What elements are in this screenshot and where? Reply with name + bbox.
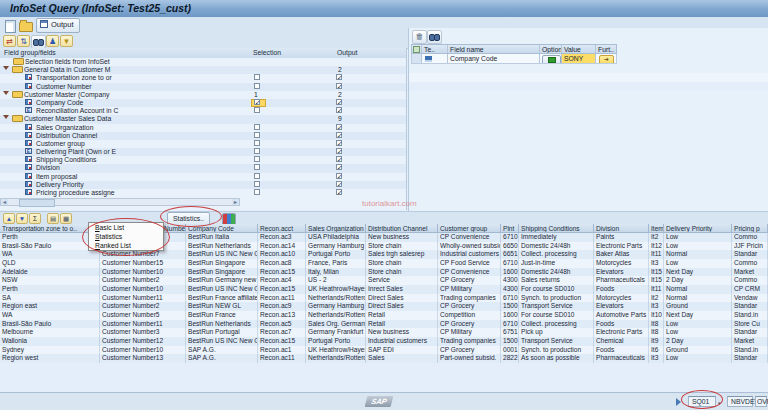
result-cell[interactable]: 2 Day	[664, 337, 732, 346]
col-header-value[interactable]: Value	[562, 45, 596, 53]
result-cell[interactable]: Standar	[732, 250, 768, 259]
result-cell[interactable]: Low	[664, 233, 732, 242]
result-cell[interactable]: It3	[649, 259, 664, 268]
result-cell[interactable]: Transport Service	[519, 302, 594, 311]
result-cell[interactable]: Commo	[732, 233, 768, 242]
transfer-icon[interactable]: ⇅	[17, 35, 30, 47]
result-cell[interactable]: Elevators	[594, 268, 649, 277]
result-cell[interactable]: SAP A.G.	[186, 346, 258, 355]
column-header[interactable]: Shipping Conditions	[519, 224, 594, 233]
result-cell[interactable]: USA Philadelphia	[306, 233, 366, 242]
col-header-te[interactable]: Te..	[422, 45, 448, 53]
result-cell[interactable]: Direct Sales	[366, 294, 438, 303]
result-cell[interactable]: It8	[649, 320, 664, 329]
result-cell[interactable]: Recon.ac9	[258, 302, 306, 311]
result-cell[interactable]: Pick up	[519, 328, 594, 337]
result-cell[interactable]: Store chain	[366, 268, 438, 277]
selection-checkbox[interactable]	[254, 74, 260, 80]
result-cell[interactable]: Foods	[594, 320, 649, 329]
result-cell[interactable]: Standar	[732, 302, 768, 311]
result-cell[interactable]: SAP A.G.	[186, 354, 258, 363]
result-cell[interactable]: It8	[649, 328, 664, 337]
output-checkbox[interactable]	[336, 148, 342, 154]
column-header[interactable]: Recon.acct	[258, 224, 306, 233]
selection-checkbox[interactable]	[254, 148, 260, 154]
hierarchy-icon[interactable]: ♟	[46, 35, 59, 47]
result-cell[interactable]: Inrect Sales	[366, 285, 438, 294]
selection-checkbox[interactable]	[254, 173, 260, 179]
multiple-selection-button[interactable]: ➜	[599, 55, 614, 63]
menu-item-ranked-list[interactable]: Ranked List	[89, 241, 163, 250]
result-cell[interactable]: 6710	[501, 259, 519, 268]
result-cell[interactable]: Trading companies	[438, 294, 501, 303]
result-cell[interactable]: It10	[649, 311, 664, 320]
selection-checkbox[interactable]	[254, 107, 260, 113]
tree-row[interactable]: Company Code	[0, 99, 406, 107]
output-checkbox[interactable]	[336, 74, 342, 80]
result-cell[interactable]: Melbourne	[0, 328, 100, 337]
column-header[interactable]: Customer group	[438, 224, 501, 233]
result-cell[interactable]: Motorcycles	[594, 294, 649, 303]
sort-ascending-icon[interactable]: ▲	[3, 213, 15, 224]
result-row[interactable]: WalloniaCustomer Number12BestRun US INC …	[0, 337, 768, 346]
delete-icon[interactable]: 🗑	[412, 30, 427, 44]
column-header[interactable]: Delivery Priority	[664, 224, 732, 233]
result-cell[interactable]: Perth	[0, 285, 100, 294]
tree-row[interactable]: Sales Organization	[0, 124, 406, 132]
result-cell[interactable]: SA	[0, 294, 100, 303]
result-cell[interactable]: Store chain	[366, 242, 438, 251]
result-cell[interactable]: 6751	[501, 328, 519, 337]
result-row[interactable]: AdelaideCustomer Number10BestRun Singapo…	[0, 268, 768, 277]
result-cell[interactable]: 6710	[501, 233, 519, 242]
result-cell[interactable]: Portugal Porto	[306, 337, 366, 346]
column-header[interactable]: Distribution Channel	[366, 224, 438, 233]
result-cell[interactable]: NSW	[0, 276, 100, 285]
result-cell[interactable]: Customer Number10	[100, 285, 186, 294]
selection-checkbox[interactable]	[254, 132, 260, 138]
result-cell[interactable]: Recon.ac5	[258, 320, 306, 329]
result-cell[interactable]: It3	[649, 302, 664, 311]
row-selector[interactable]	[412, 54, 422, 63]
selection-checkbox[interactable]	[254, 156, 260, 162]
result-cell[interactable]: It2	[649, 294, 664, 303]
tree-row[interactable]: Pricing procedure assigne	[0, 189, 406, 197]
result-cell[interactable]: It6	[649, 346, 664, 355]
tree-row[interactable]: Transportation zone to or	[0, 74, 406, 82]
output-checkbox[interactable]	[336, 124, 342, 130]
result-cell[interactable]: Electronic Parts	[594, 242, 649, 251]
option-button[interactable]	[542, 55, 561, 63]
result-cell[interactable]: Retail	[366, 311, 438, 320]
result-cell[interactable]: Industrial customers	[366, 337, 438, 346]
page-icon[interactable]: ▤	[47, 213, 59, 224]
result-cell[interactable]: 6651	[501, 250, 519, 259]
result-cell[interactable]: Low	[664, 259, 732, 268]
result-cell[interactable]: BestRun France affiliate	[186, 294, 258, 303]
result-cell[interactable]: CP Grocery	[438, 320, 501, 329]
result-cell[interactable]: Next Day	[664, 311, 732, 320]
result-cell[interactable]: Sales	[366, 354, 438, 363]
output-button[interactable]: Output	[36, 18, 80, 33]
result-cell[interactable]: Immediately	[519, 233, 594, 242]
result-cell[interactable]: It2	[649, 233, 664, 242]
result-cell[interactable]: Synch. to production	[519, 294, 594, 303]
find-icon[interactable]	[31, 35, 46, 49]
result-cell[interactable]: Pharmaceuticals	[594, 354, 649, 363]
result-cell[interactable]: CP Military	[438, 285, 501, 294]
tree-row[interactable]: EDelivering Plant (Own or E	[0, 148, 406, 156]
output-checkbox[interactable]	[336, 189, 342, 195]
sort-descending-icon[interactable]: ▼	[16, 213, 28, 224]
result-row[interactable]: PerthCustomer Number10BestRun US INC New…	[0, 285, 768, 294]
output-checkbox[interactable]	[336, 132, 342, 138]
result-cell[interactable]: Vendaw	[732, 294, 768, 303]
col-header-field-name[interactable]: Field name	[448, 45, 540, 53]
tree-row[interactable]: Selection fields from InfoSet	[0, 58, 406, 66]
result-cell[interactable]: Germany Frankfurt	[306, 328, 366, 337]
result-cell[interactable]: Baker Atlas	[594, 250, 649, 259]
selection-checkbox[interactable]	[254, 181, 260, 187]
selection-checkbox[interactable]	[254, 99, 260, 105]
result-cell[interactable]: Retail	[366, 320, 438, 329]
menu-item-basic-list[interactable]: Basic List	[89, 223, 163, 232]
result-cell[interactable]: Market	[732, 337, 768, 346]
result-cell[interactable]: Recon.ac11	[258, 294, 306, 303]
expander-icon[interactable]	[3, 115, 9, 119]
